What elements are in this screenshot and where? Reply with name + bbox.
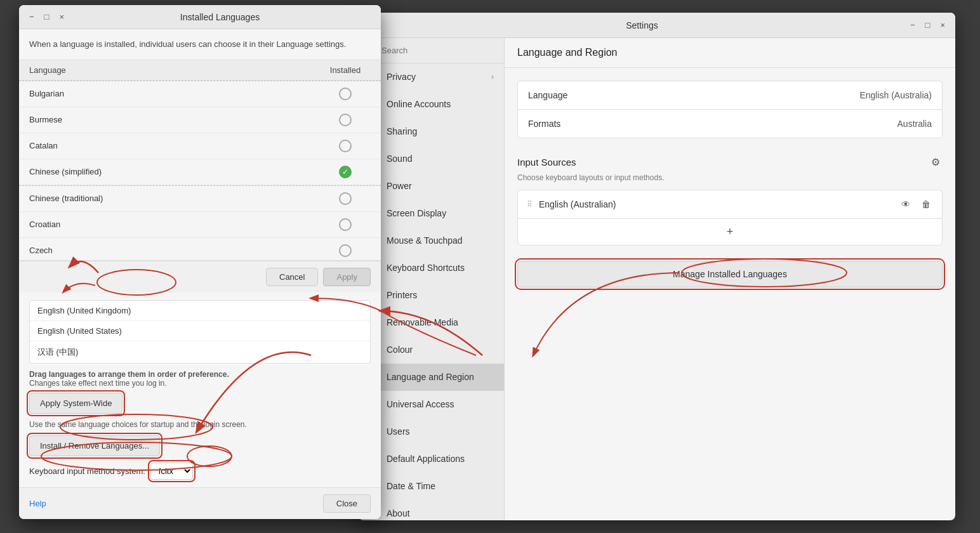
lang-installed-checkbox[interactable] — [320, 140, 371, 152]
drag-hint-bold: Drag languages to arrange them in order … — [29, 370, 229, 379]
lang-installed-checkbox[interactable] — [320, 192, 371, 205]
dialog-footer: Help Close — [19, 487, 381, 519]
installed-languages-dialog: − □ × Installed Languages When a languag… — [19, 5, 381, 519]
lang-name: Catalan — [29, 141, 320, 150]
checkbox-circle — [339, 88, 352, 100]
dialog-bottom: English (United Kingdom) English (United… — [19, 293, 381, 487]
lang-installed-checkbox[interactable] — [320, 114, 371, 126]
dialog-action-row: Cancel Apply — [19, 261, 381, 293]
lang-row-chinese-simplified[interactable]: Chinese (simplified) ✓ — [19, 159, 381, 185]
lang-row-bulgarian[interactable]: Bulgarian — [19, 81, 381, 107]
apply-button[interactable]: Apply — [323, 268, 371, 286]
dialog-title: Installed Languages — [67, 12, 373, 22]
checkbox-circle — [339, 140, 352, 152]
install-remove-languages-button[interactable]: Install / Remove Languages... — [29, 435, 160, 456]
lang-row-catalan[interactable]: Catalan — [19, 133, 381, 159]
lang-name: Czech — [29, 246, 320, 255]
cancel-button[interactable]: Cancel — [266, 268, 318, 286]
checkbox-circle — [339, 218, 352, 231]
selected-lang-item: English (United Kingdom) — [30, 301, 370, 321]
dialog-body: When a language is installed, individual… — [19, 29, 381, 487]
checkbox-circle — [339, 192, 352, 205]
dialog-minimize-button[interactable]: − — [27, 11, 37, 23]
keyboard-input-row: Keyboard input method system: fcitx ibus… — [29, 463, 371, 480]
dialog-overlay: − □ × Installed Languages When a languag… — [0, 0, 980, 533]
dialog-description: When a language is installed, individual… — [19, 29, 381, 60]
selected-lang-item: 汉语 (中国) — [30, 341, 370, 363]
lang-installed-checkbox[interactable] — [320, 218, 371, 231]
lang-row-croatian[interactable]: Croatian — [19, 212, 381, 238]
lang-table-header: Language Installed — [19, 60, 381, 81]
lang-installed-checkbox[interactable] — [320, 244, 371, 257]
drag-hint-text: Changes take effect next time you log in… — [29, 379, 167, 388]
help-button[interactable]: Help — [29, 499, 46, 508]
checkbox-circle — [339, 244, 352, 257]
selected-lang-item: English (United States) — [30, 321, 370, 341]
drag-hint: Drag languages to arrange them in order … — [29, 370, 371, 388]
col-installed-header: Installed — [320, 65, 371, 75]
lang-row-chinese-traditional[interactable]: Chinese (traditional) — [19, 185, 381, 212]
keyboard-input-select[interactable]: fcitx ibus none — [150, 463, 193, 480]
lang-name: Burmese — [29, 115, 320, 124]
col-language-header: Language — [29, 65, 320, 75]
lang-name: Chinese (traditional) — [29, 194, 320, 203]
keyboard-input-label: Keyboard input method system: — [29, 466, 145, 476]
lang-installed-checkbox[interactable]: ✓ — [320, 166, 371, 178]
lang-name: Croatian — [29, 220, 320, 229]
dialog-close-button[interactable]: × — [56, 11, 67, 23]
language-table: Language Installed Bulgarian Burmese — [19, 60, 381, 261]
dialog-maximize-button[interactable]: □ — [42, 11, 52, 23]
selected-languages-list: English (United Kingdom) English (United… — [29, 300, 371, 364]
apply-system-wide-button[interactable]: Apply System-Wide — [29, 393, 122, 414]
dialog-titlebar: − □ × Installed Languages — [19, 5, 381, 29]
lang-row-czech[interactable]: Czech — [19, 238, 381, 261]
lang-name: Chinese (simplified) — [29, 167, 320, 176]
dialog-titlebar-buttons: − □ × — [27, 11, 67, 23]
lang-name: Bulgarian — [29, 89, 320, 98]
lang-installed-checkbox[interactable] — [320, 88, 371, 100]
checkbox-circle-checked: ✓ — [339, 166, 352, 178]
checkbox-circle — [339, 114, 352, 126]
lang-row-burmese[interactable]: Burmese — [19, 107, 381, 133]
dialog-close-bottom-button[interactable]: Close — [323, 494, 371, 513]
same-lang-hint: Use the same language choices for startu… — [29, 420, 371, 429]
